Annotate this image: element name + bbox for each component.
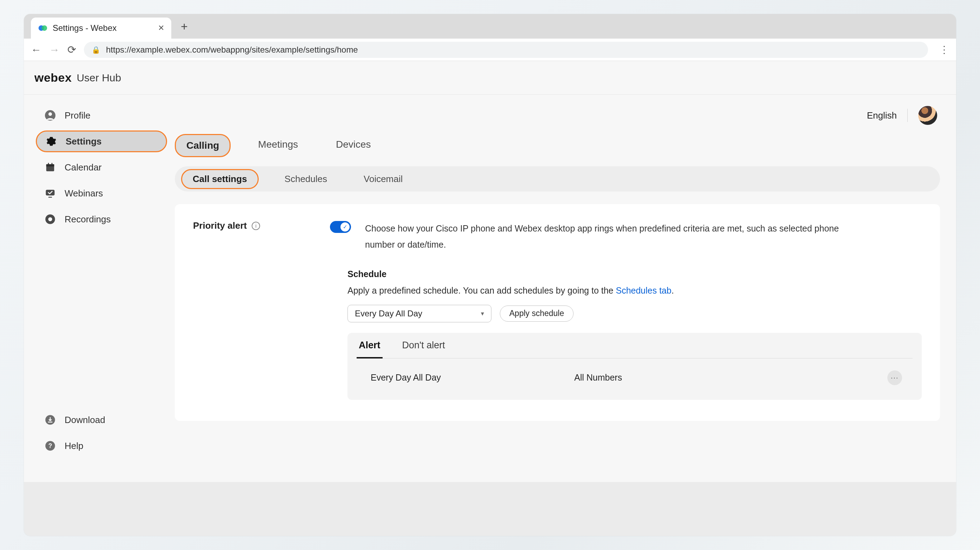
settings-top-tabs: Calling Meetings Devices <box>175 131 940 166</box>
priority-alert-label-group: Priority alert i <box>193 220 316 231</box>
schedule-title: Schedule <box>347 269 922 279</box>
lock-icon: 🔒 <box>92 46 100 54</box>
tab-calling[interactable]: Calling <box>175 134 231 157</box>
alert-row-schedule: Every Day All Day <box>371 372 560 383</box>
back-button[interactable]: ← <box>31 44 41 55</box>
forward-button[interactable]: → <box>49 44 60 55</box>
app-header: webex User Hub <box>24 61 956 95</box>
brand-text: webex <box>34 71 72 84</box>
schedule-subtitle-post: . <box>671 285 674 295</box>
sidebar-item-label: Help <box>65 441 83 452</box>
sidebar-item-label: Download <box>65 415 105 425</box>
browser-toolbar: ← → ⟳ 🔒 https://example.webex.com/webapp… <box>24 39 956 61</box>
sidebar-item-profile[interactable]: Profile <box>36 105 167 126</box>
browser-window: Settings - Webex ✕ + ← → ⟳ 🔒 https://exa… <box>24 14 956 536</box>
sidebar-item-label: Settings <box>66 136 102 147</box>
help-icon: ? <box>44 440 56 452</box>
svg-rect-6 <box>48 163 49 165</box>
reload-button[interactable]: ⟳ <box>67 44 76 55</box>
url-text: https://example.webex.com/webappng/sites… <box>106 45 358 55</box>
alert-row: Every Day All Day All Numbers ··· <box>356 358 913 385</box>
main-area: English Calling Meetings Devices Call se… <box>175 95 956 466</box>
calling-sub-tabs: Call settings Schedules Voicemail <box>175 166 940 192</box>
apply-schedule-button[interactable]: Apply schedule <box>500 306 574 322</box>
svg-text:?: ? <box>48 442 52 449</box>
sidebar-item-help[interactable]: ? Help <box>36 435 167 457</box>
browser-menu-button[interactable]: ⋮ <box>939 44 949 55</box>
brand-sub-text: User Hub <box>76 72 121 84</box>
row-more-button[interactable]: ··· <box>887 371 902 385</box>
sidebar-item-label: Profile <box>65 110 91 121</box>
tab-alert[interactable]: Alert <box>356 333 383 358</box>
sidebar-item-webinars[interactable]: Webinars <box>36 182 167 204</box>
download-icon <box>44 414 56 426</box>
schedule-select[interactable]: Every Day All Day ▾ <box>347 305 492 322</box>
sidebar-item-label: Calendar <box>65 162 102 173</box>
divider <box>907 109 908 122</box>
sidebar-item-recordings[interactable]: Recordings <box>36 208 167 230</box>
schedule-subtitle-pre: Apply a predefined schedule. You can add… <box>347 285 616 295</box>
browser-tab[interactable]: Settings - Webex ✕ <box>31 17 171 39</box>
browser-tabstrip: Settings - Webex ✕ + <box>24 14 956 39</box>
subtab-call-settings[interactable]: Call settings <box>181 169 259 189</box>
language-selector[interactable]: English <box>867 110 897 121</box>
webex-favicon-icon <box>38 23 48 33</box>
svg-point-3 <box>48 112 52 116</box>
sidebar-item-settings[interactable]: Settings <box>36 130 167 152</box>
calendar-icon <box>44 162 56 173</box>
person-icon <box>44 109 56 121</box>
tab-dont-alert[interactable]: Don't alert <box>400 333 447 358</box>
svg-point-1 <box>42 25 48 31</box>
sidebar: Profile Settings Calendar <box>24 95 175 466</box>
priority-alert-label: Priority alert <box>193 220 247 231</box>
priority-alert-description: Choose how your Cisco IP phone and Webex… <box>365 220 870 253</box>
sidebar-item-calendar[interactable]: Calendar <box>36 157 167 178</box>
svg-point-10 <box>48 217 52 221</box>
svg-rect-7 <box>52 163 52 165</box>
record-icon <box>44 213 56 225</box>
webex-user-hub-app: webex User Hub Profile Settings <box>24 61 956 482</box>
address-bar[interactable]: 🔒 https://example.webex.com/webappng/sit… <box>84 42 928 58</box>
tab-meetings[interactable]: Meetings <box>247 134 309 157</box>
priority-alert-card: Priority alert i ✓ Choose how your Cisco… <box>175 204 940 421</box>
sidebar-item-download[interactable]: Download <box>36 409 167 431</box>
new-tab-button[interactable]: + <box>178 20 191 33</box>
chevron-down-icon: ▾ <box>481 310 484 317</box>
top-right-controls: English <box>175 105 940 126</box>
sidebar-item-label: Webinars <box>65 188 103 199</box>
gear-icon <box>45 135 57 147</box>
schedules-tab-link[interactable]: Schedules tab <box>616 285 671 295</box>
toggle-knob: ✓ <box>340 222 350 231</box>
subtab-schedules[interactable]: Schedules <box>274 170 338 188</box>
schedule-subtitle: Apply a predefined schedule. You can add… <box>347 285 922 296</box>
alert-row-numbers: All Numbers <box>574 372 873 383</box>
svg-rect-5 <box>46 164 54 166</box>
schedule-select-value: Every Day All Day <box>355 309 422 319</box>
schedule-section: Schedule Apply a predefined schedule. Yo… <box>347 269 922 400</box>
svg-rect-8 <box>46 190 55 195</box>
sidebar-item-label: Recordings <box>65 214 111 225</box>
browser-tab-title: Settings - Webex <box>52 23 153 33</box>
webinar-icon <box>44 187 56 199</box>
subtab-voicemail[interactable]: Voicemail <box>353 170 413 188</box>
alert-panel: Alert Don't alert Every Day All Day All … <box>347 333 922 400</box>
tab-devices[interactable]: Devices <box>325 134 382 157</box>
user-avatar[interactable] <box>918 106 937 125</box>
alert-tabs: Alert Don't alert <box>356 333 913 358</box>
tab-close-icon[interactable]: ✕ <box>158 24 164 33</box>
priority-alert-toggle[interactable]: ✓ <box>330 221 351 233</box>
info-icon[interactable]: i <box>252 222 260 230</box>
